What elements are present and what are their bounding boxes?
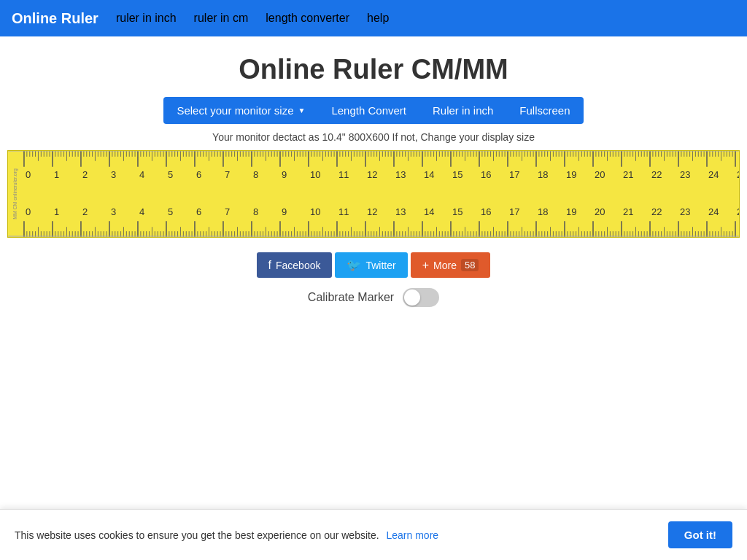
svg-rect-0	[8, 151, 739, 237]
svg-text:14: 14	[424, 169, 434, 180]
fullscreen-button[interactable]: Fullscreen	[506, 97, 583, 124]
svg-text:2: 2	[82, 207, 88, 218]
svg-text:11: 11	[338, 207, 349, 218]
more-count: 58	[461, 259, 479, 271]
facebook-button[interactable]: f Facebook	[257, 252, 333, 278]
svg-text:10: 10	[310, 169, 320, 180]
svg-text:17: 17	[509, 207, 519, 218]
svg-text:18: 18	[538, 169, 548, 180]
more-button[interactable]: + More 58	[411, 252, 491, 278]
svg-text:4: 4	[139, 169, 144, 180]
facebook-icon: f	[268, 259, 271, 272]
page-title: Online Ruler CM/MM	[0, 54, 747, 85]
svg-text:6: 6	[196, 207, 201, 218]
svg-text:15: 15	[452, 207, 462, 218]
svg-text:17: 17	[509, 169, 519, 180]
monitor-size-button[interactable]: Select your monitor size	[163, 97, 318, 124]
svg-text:4: 4	[139, 207, 144, 218]
svg-text:0: 0	[26, 169, 31, 180]
svg-text:9: 9	[282, 207, 287, 218]
svg-text:10: 10	[310, 207, 320, 218]
ruler-svg: MM CM onlineruler.org 001122334455667788…	[8, 151, 739, 237]
svg-text:2: 2	[82, 169, 88, 180]
nav-link-cm[interactable]: ruler in cm	[194, 12, 249, 25]
svg-text:6: 6	[196, 169, 201, 180]
svg-text:20: 20	[595, 207, 605, 218]
svg-text:7: 7	[225, 169, 230, 180]
svg-text:16: 16	[481, 169, 491, 180]
monitor-info-text: Your monitor dectact as 10.4" 800X600 If…	[0, 131, 747, 143]
svg-text:18: 18	[538, 207, 548, 218]
svg-text:20: 20	[595, 169, 605, 180]
svg-text:25: 25	[737, 207, 739, 218]
svg-text:8: 8	[253, 169, 258, 180]
nav-link-inch[interactable]: ruler in inch	[116, 12, 177, 25]
social-row: f Facebook 🐦 Twitter + More 58	[0, 252, 747, 278]
svg-text:0: 0	[26, 207, 31, 218]
more-label: More	[433, 260, 457, 271]
svg-text:15: 15	[452, 169, 462, 180]
svg-text:24: 24	[708, 169, 719, 180]
svg-text:3: 3	[111, 207, 116, 218]
twitter-button[interactable]: 🐦 Twitter	[335, 252, 407, 278]
brand-title[interactable]: Online Ruler	[12, 10, 98, 27]
svg-text:12: 12	[367, 207, 377, 218]
svg-text:9: 9	[282, 169, 287, 180]
twitter-label: Twitter	[365, 260, 395, 271]
svg-text:8: 8	[253, 207, 258, 218]
svg-text:14: 14	[424, 207, 434, 218]
svg-text:23: 23	[680, 207, 690, 218]
nav-link-help[interactable]: help	[367, 12, 389, 25]
calibrate-label: Calibrate Marker	[308, 291, 394, 304]
svg-text:23: 23	[680, 169, 690, 180]
calibrate-toggle[interactable]	[403, 288, 439, 307]
svg-text:22: 22	[651, 207, 662, 218]
ruler-container: MM CM onlineruler.org 001122334455667788…	[7, 150, 740, 238]
length-convert-button[interactable]: Length Convert	[318, 97, 419, 124]
svg-text:19: 19	[566, 207, 576, 218]
svg-text:MM CM onlineruler.org: MM CM onlineruler.org	[12, 168, 18, 219]
svg-text:11: 11	[338, 169, 349, 180]
svg-text:1: 1	[54, 169, 59, 180]
facebook-label: Facebook	[276, 260, 320, 271]
svg-text:7: 7	[225, 207, 230, 218]
svg-text:5: 5	[168, 169, 173, 180]
svg-text:19: 19	[566, 169, 576, 180]
svg-text:13: 13	[395, 169, 406, 180]
nav-link-length[interactable]: length converter	[266, 12, 349, 25]
controls-row: Select your monitor size Length Convert …	[0, 97, 747, 124]
calibrate-row: Calibrate Marker	[0, 288, 747, 307]
svg-text:21: 21	[623, 207, 633, 218]
svg-text:22: 22	[651, 169, 662, 180]
svg-text:24: 24	[708, 207, 719, 218]
svg-text:21: 21	[623, 169, 633, 180]
navbar: Online Ruler ruler in inch ruler in cm l…	[0, 0, 747, 36]
svg-text:3: 3	[111, 169, 116, 180]
svg-text:1: 1	[54, 207, 59, 218]
svg-text:16: 16	[481, 207, 491, 218]
svg-text:5: 5	[168, 207, 173, 218]
plus-icon: +	[422, 259, 429, 272]
svg-text:13: 13	[395, 207, 406, 218]
svg-text:12: 12	[367, 169, 377, 180]
ruler-inch-button[interactable]: Ruler in inch	[419, 97, 506, 124]
twitter-icon: 🐦	[347, 258, 361, 272]
svg-text:25: 25	[737, 169, 739, 180]
